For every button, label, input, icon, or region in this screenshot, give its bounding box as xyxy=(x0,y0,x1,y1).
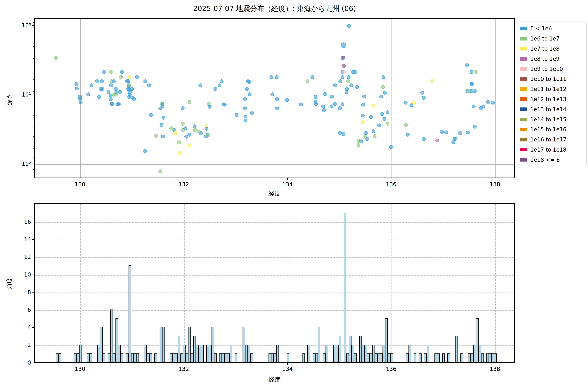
histogram-bar xyxy=(227,354,230,362)
histogram-bar xyxy=(126,354,128,362)
scatter-gridline-x xyxy=(495,19,496,178)
legend-item-1: 1e6 to 1e7 xyxy=(520,34,586,44)
scatter-point xyxy=(458,131,462,135)
scatter-point xyxy=(346,80,350,83)
histogram-x-tick xyxy=(495,363,495,365)
histogram-bar xyxy=(175,354,178,362)
legend-item-label: 1e16 to 1e17 xyxy=(530,136,566,143)
legend-item-label: 1e14 to 1e15 xyxy=(530,116,566,123)
scatter-point xyxy=(338,131,342,135)
histogram-bar xyxy=(323,354,326,362)
legend-swatch-icon xyxy=(520,57,527,60)
scatter-point xyxy=(354,70,357,74)
legend-item-label: 1e13 to 1e14 xyxy=(530,106,566,112)
scatter-point xyxy=(382,75,385,79)
histogram-bar xyxy=(209,345,212,362)
scatter-y-tick-label: 10² xyxy=(8,160,31,167)
legend-swatch-icon xyxy=(520,67,527,71)
histogram-bar xyxy=(380,354,383,362)
scatter-point xyxy=(235,113,238,117)
scatter-x-tick xyxy=(391,178,392,180)
histogram-bar xyxy=(468,354,471,362)
scatter-x-tick-label: 134 xyxy=(278,181,297,188)
scatter-point xyxy=(270,75,273,79)
scatter-point xyxy=(160,123,163,127)
histogram-y-tick-label: 2 xyxy=(8,342,31,348)
histogram-gridline-x xyxy=(288,204,288,362)
scatter-point xyxy=(340,102,344,106)
histogram-bar xyxy=(424,354,427,362)
scatter-point xyxy=(107,90,110,94)
histogram-bar xyxy=(56,354,58,362)
scatter-point xyxy=(347,75,350,79)
histogram-bar xyxy=(222,354,224,362)
legend-swatch-icon xyxy=(520,138,527,142)
histogram-bar xyxy=(390,354,393,362)
histogram-x-tick-label: 132 xyxy=(174,366,194,372)
legend-swatch-icon xyxy=(520,128,527,131)
histogram-bar xyxy=(434,354,437,362)
scatter-gridline-y xyxy=(35,164,514,165)
legend-swatch-icon xyxy=(520,47,527,50)
scatter-point xyxy=(342,64,346,68)
scatter-point xyxy=(338,80,342,83)
scatter-gridline-x xyxy=(184,19,184,178)
histogram-bar xyxy=(194,336,196,362)
scatter-x-tick-label: 132 xyxy=(174,181,194,188)
scatter-point xyxy=(188,144,191,147)
histogram-bar xyxy=(178,336,180,362)
scatter-y-minor-tick xyxy=(33,148,34,149)
histogram-bar xyxy=(473,345,476,362)
scatter-point xyxy=(178,151,182,155)
scatter-point xyxy=(174,131,178,135)
scatter-point xyxy=(440,130,444,134)
scatter-point xyxy=(361,120,364,124)
histogram-bar xyxy=(219,354,222,362)
histogram-bar xyxy=(214,354,217,362)
histogram-bar xyxy=(188,327,191,362)
histogram-bar xyxy=(268,354,271,362)
scatter-point xyxy=(355,85,359,89)
legend-item-label: 1e10 to 1e11 xyxy=(530,76,566,82)
scatter-point xyxy=(206,133,210,137)
histogram-bar xyxy=(147,354,149,362)
histogram-bar xyxy=(230,345,232,362)
histogram-bar xyxy=(455,336,458,362)
histogram-bar xyxy=(271,354,274,362)
scatter-point xyxy=(422,96,426,100)
scatter-point xyxy=(342,70,346,74)
histogram-gridline-y xyxy=(35,240,514,240)
legend-item-4: 1e9 to 1e10 xyxy=(520,64,586,74)
histogram-bar xyxy=(349,336,352,362)
scatter-y-tick xyxy=(32,25,34,26)
histogram-bar xyxy=(388,354,390,362)
histogram-y-tick xyxy=(32,327,34,328)
scatter-point xyxy=(198,84,202,87)
scatter-point xyxy=(244,118,247,122)
scatter-gridline-y xyxy=(35,95,514,96)
histogram-x-tick xyxy=(80,363,80,365)
scatter-point xyxy=(349,84,353,87)
legend-swatch-icon xyxy=(520,77,527,81)
scatter-gridline-x xyxy=(392,19,392,178)
scatter-y-minor-tick xyxy=(33,116,34,116)
histogram-y-tick-label: 12 xyxy=(8,254,31,260)
histogram-gridline-y xyxy=(35,292,514,293)
legend-item-2: 1e7 to 1e8 xyxy=(520,44,586,54)
scatter-point xyxy=(473,125,476,128)
scatter-point xyxy=(299,102,303,106)
scatter-x-tick xyxy=(80,178,80,180)
scatter-y-minor-tick xyxy=(33,143,34,143)
scatter-point xyxy=(54,56,58,60)
scatter-y-minor-tick xyxy=(33,22,34,22)
scatter-x-tick-label: 130 xyxy=(70,181,90,188)
histogram-bar xyxy=(312,354,315,362)
histogram-bar xyxy=(333,345,336,362)
histogram-x-tick xyxy=(287,363,288,365)
legend-item-10: 1e15 to 1e16 xyxy=(520,124,586,134)
scatter-x-tick xyxy=(287,178,288,180)
scatter-point xyxy=(119,75,123,79)
histogram-y-tick-label: 14 xyxy=(8,236,31,242)
histogram-x-tick xyxy=(391,363,392,365)
histogram-bar xyxy=(160,327,162,362)
